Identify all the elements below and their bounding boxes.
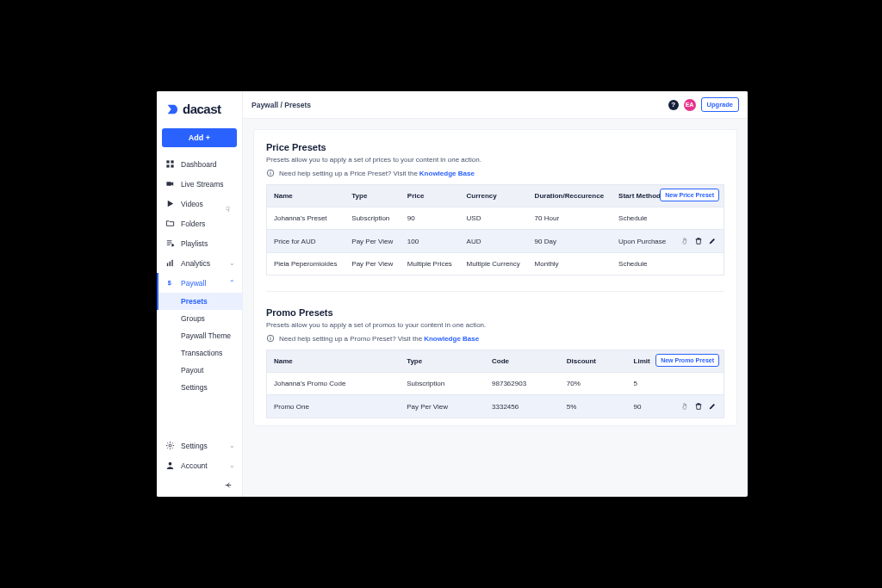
svg-rect-12	[270, 172, 271, 175]
table-cell: 70%	[560, 373, 627, 395]
table-cell: Monthly	[528, 253, 612, 275]
svg-text:$: $	[167, 279, 171, 287]
upgrade-button[interactable]: Upgrade	[701, 97, 739, 112]
logo[interactable]: dacast	[157, 91, 242, 125]
playlist-icon	[164, 238, 176, 248]
svg-rect-4	[166, 182, 171, 186]
chevron-up-icon: ⌃	[229, 279, 235, 287]
sidebar-item-label: Live Streams	[181, 180, 224, 189]
table-cell: Price for AUD	[267, 230, 345, 253]
nav-footer: Settings ⌄ Account ⌄	[157, 436, 242, 475]
topbar: Paywall / Presets ? EA Upgrade	[243, 91, 748, 119]
new-price-preset-button[interactable]: New Price Preset	[660, 189, 719, 201]
sidebar-item-analytics[interactable]: Analytics ⌄	[157, 253, 242, 273]
col-header: Discount	[560, 350, 627, 373]
table-row[interactable]: Promo OnePay Per View33324565%90	[267, 395, 724, 418]
add-button[interactable]: Add +	[162, 128, 237, 147]
sidebar-item-label: Folders	[181, 220, 205, 228]
submenu-payout[interactable]: Payout	[157, 362, 242, 379]
col-header: Duration/Reccurence	[528, 185, 612, 207]
app-window: dacast Add + Dashboard Live Streams Vide…	[157, 91, 748, 497]
logo-text: dacast	[183, 102, 221, 116]
dashboard-icon	[164, 159, 176, 169]
row-actions	[674, 373, 724, 395]
user-icon	[164, 461, 176, 470]
sidebar-item-playlists[interactable]: Playlists	[157, 233, 242, 253]
section-divider	[266, 291, 724, 292]
gear-icon	[164, 441, 176, 450]
arrow-left-icon	[224, 480, 233, 490]
promo-desc: Presets allow you to apply a set of prom…	[266, 321, 724, 329]
price-title: Price Presets	[266, 142, 724, 152]
table-cell: USD	[460, 207, 528, 230]
info-icon	[266, 334, 275, 343]
play-icon	[164, 199, 176, 208]
svg-rect-7	[171, 260, 172, 266]
col-header: Code	[485, 350, 560, 373]
table-cell: 3332456	[485, 395, 560, 418]
col-header: Price	[401, 185, 460, 207]
sidebar-item-livestreams[interactable]: Live Streams	[157, 174, 242, 194]
table-row[interactable]: Price for AUDPay Per View100AUD90 DayUpo…	[267, 230, 724, 253]
sidebar-item-label: Dashboard	[181, 160, 217, 169]
trash-icon[interactable]	[694, 237, 703, 245]
price-table: NameTypePriceCurrencyDuration/Reccurence…	[266, 184, 724, 275]
table-cell: 90	[627, 395, 674, 418]
edit-icon[interactable]	[708, 237, 717, 245]
table-cell: 987362903	[485, 373, 560, 395]
svg-point-10	[168, 462, 171, 466]
submenu-settings[interactable]: Settings	[157, 379, 242, 396]
table-cell: Pay Per View	[400, 395, 485, 418]
chevron-down-icon: ⌄	[229, 259, 235, 267]
sidebar-item-label: Settings	[181, 442, 208, 450]
cursor-hand-icon	[680, 237, 689, 245]
promo-table-wrap: New Promo Preset NameTypeCodeDiscountLim…	[266, 350, 724, 418]
table-row[interactable]: Johanna's PresetSubscription90USD70 Hour…	[267, 207, 724, 230]
new-promo-preset-button[interactable]: New Promo Preset	[655, 354, 719, 367]
sidebar-item-videos[interactable]: Videos ☟	[157, 194, 242, 214]
svg-point-9	[169, 444, 171, 447]
submenu-transactions[interactable]: Transactions	[157, 344, 242, 362]
help-icon[interactable]: ?	[668, 100, 679, 110]
trash-icon[interactable]	[694, 402, 703, 411]
svg-rect-6	[169, 262, 170, 267]
camera-icon	[164, 179, 176, 189]
sidebar-item-label: Analytics	[181, 259, 210, 268]
price-kb-link[interactable]: Knowledge Base	[419, 170, 475, 177]
cursor-hand-icon: ☟	[226, 206, 230, 214]
sidebar-collapse-button[interactable]	[157, 475, 242, 490]
row-actions	[674, 230, 724, 253]
edit-icon[interactable]	[708, 402, 717, 411]
table-cell: Johanna's Preset	[267, 207, 345, 230]
table-cell: Piela Peperomioides	[267, 253, 345, 275]
sidebar-item-account[interactable]: Account ⌄	[157, 455, 242, 475]
col-header: Currency	[460, 185, 528, 207]
table-cell: Johanna's Promo Code	[267, 373, 401, 395]
table-cell: Promo One	[267, 395, 401, 418]
chart-icon	[164, 258, 176, 268]
presets-card: Price Presets Presets allow you to apply…	[253, 129, 737, 426]
table-cell: Multiple Prices	[401, 253, 460, 275]
breadcrumb: Paywall / Presets	[252, 101, 311, 109]
table-row[interactable]: Johanna's Promo CodeSubscription98736290…	[267, 373, 724, 395]
table-cell: AUD	[460, 230, 528, 253]
avatar[interactable]: EA	[684, 99, 696, 111]
submenu-paywall-theme[interactable]: Paywall Theme	[157, 327, 242, 344]
submenu-groups[interactable]: Groups	[157, 310, 242, 327]
row-actions	[674, 253, 724, 275]
table-cell: Upon Purchase	[612, 230, 674, 253]
sidebar-item-settings[interactable]: Settings ⌄	[157, 436, 242, 455]
price-presets-section: Price Presets Presets allow you to apply…	[266, 142, 724, 275]
folder-icon	[164, 219, 176, 228]
table-row[interactable]: Piela PeperomioidesPay Per ViewMultiple …	[267, 253, 724, 275]
table-cell: 100	[401, 230, 460, 253]
submenu-presets[interactable]: Presets	[157, 293, 242, 310]
sidebar-item-label: Paywall	[181, 279, 206, 288]
promo-kb-link[interactable]: Knowledge Base	[424, 335, 479, 343]
table-cell: 90	[401, 207, 460, 230]
sidebar-item-paywall[interactable]: $ Paywall ⌃	[157, 273, 242, 293]
sidebar-item-dashboard[interactable]: Dashboard	[157, 154, 242, 174]
col-header: Name	[267, 185, 345, 207]
table-cell: 5%	[560, 395, 627, 418]
sidebar-item-folders[interactable]: Folders	[157, 214, 242, 233]
